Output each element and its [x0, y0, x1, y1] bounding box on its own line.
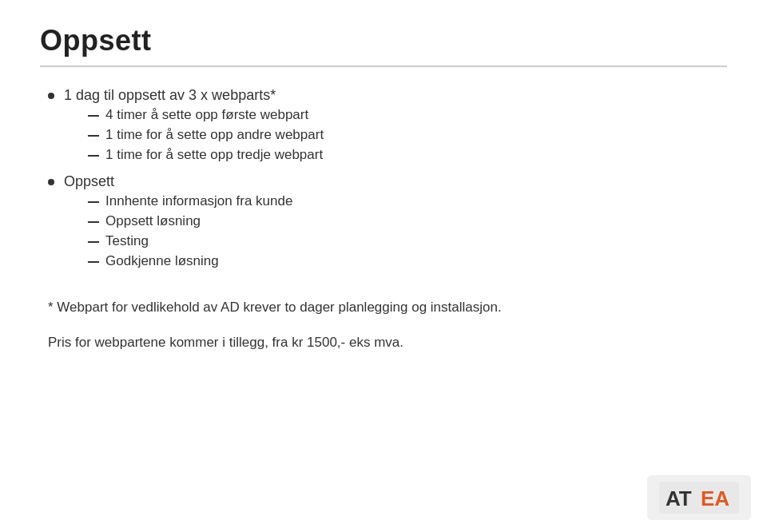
sub-item-text: Godkjenne løsning	[105, 253, 219, 269]
footnote-section: * Webpart for vedlikehold av AD krever t…	[48, 297, 727, 352]
dash-icon	[88, 135, 99, 137]
bullet-1-content: 1 dag til oppsett av 3 x webparts* 4 tim…	[64, 87, 324, 167]
main-bullet-item-2: Oppsett Innhente informasjon fra kunde O…	[48, 173, 727, 273]
sub-item-text: Testing	[105, 233, 149, 249]
list-item: 4 timer å sette opp første webpart	[88, 107, 324, 123]
page-title: Oppsett	[40, 24, 727, 58]
atea-logo-svg: AT EA	[659, 482, 739, 514]
bullet-1-text: 1 dag til oppsett av 3 x webparts*	[64, 87, 276, 103]
main-bullet-item-1: 1 dag til oppsett av 3 x webparts* 4 tim…	[48, 87, 727, 167]
bullet-dot-1	[48, 93, 54, 99]
sub-item-text: 1 time for å sette opp tredje webpart	[105, 147, 323, 163]
sub-item-text: Innhente informasjon fra kunde	[105, 193, 292, 209]
dash-icon	[88, 155, 99, 157]
title-section: Oppsett	[40, 24, 727, 67]
bullet-dot-2	[48, 179, 54, 185]
dash-icon	[88, 261, 99, 263]
sub-item-text: Oppsett løsning	[105, 213, 201, 229]
list-item: Oppsett løsning	[88, 213, 292, 229]
sub-item-text: 4 timer å sette opp første webpart	[105, 107, 308, 123]
main-bullet-list: 1 dag til oppsett av 3 x webparts* 4 tim…	[48, 87, 727, 273]
list-item: 1 time for å sette opp tredje webpart	[88, 147, 324, 163]
logo-container: AT EA	[647, 475, 751, 520]
content-area: 1 dag til oppsett av 3 x webparts* 4 tim…	[40, 87, 727, 352]
dash-icon	[88, 115, 99, 117]
bullet-2-content: Oppsett Innhente informasjon fra kunde O…	[64, 173, 292, 273]
bullet-2-text: Oppsett	[64, 173, 114, 189]
list-item: Testing	[88, 233, 292, 249]
atea-logo: AT EA	[647, 475, 751, 520]
page-container: Oppsett 1 dag til oppsett av 3 x webpart…	[0, 0, 767, 532]
svg-text:EA: EA	[701, 486, 729, 510]
dash-icon	[88, 201, 99, 203]
dash-icon	[88, 241, 99, 243]
svg-text:AT: AT	[666, 486, 692, 510]
list-item: Godkjenne løsning	[88, 253, 292, 269]
list-item: 1 time for å sette opp andre webpart	[88, 127, 324, 143]
footnote-1: * Webpart for vedlikehold av AD krever t…	[48, 297, 727, 318]
footnote-2: Pris for webpartene kommer i tillegg, fr…	[48, 332, 727, 353]
list-item: Innhente informasjon fra kunde	[88, 193, 292, 209]
sub-list-2: Innhente informasjon fra kunde Oppsett l…	[88, 193, 292, 269]
sub-item-text: 1 time for å sette opp andre webpart	[105, 127, 324, 143]
sub-list-1: 4 timer å sette opp første webpart 1 tim…	[88, 107, 324, 163]
dash-icon	[88, 221, 99, 223]
